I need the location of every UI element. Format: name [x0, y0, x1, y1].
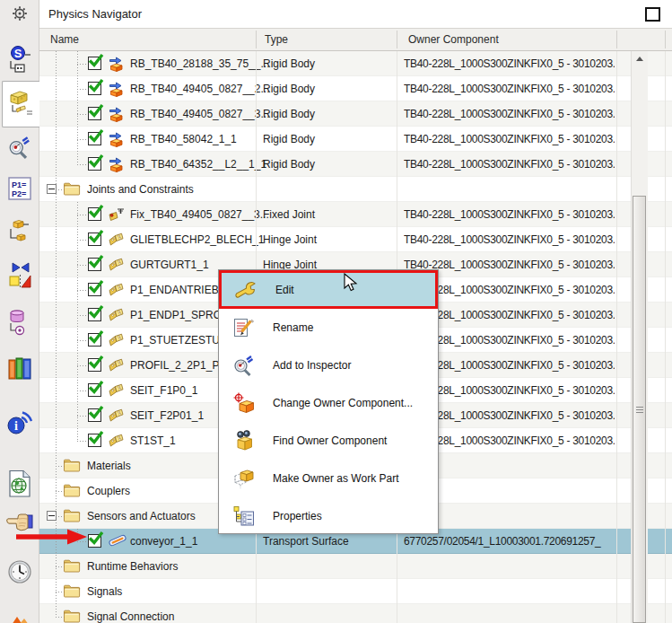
toolbar-button-runtime-expressions[interactable]: P1=P2= [0, 177, 39, 203]
gear-icon [12, 5, 28, 24]
owner-cell: TB40-228L_1000S300ZINKFIX0_5 - 3010203..… [404, 83, 615, 95]
checkbox[interactable] [88, 434, 101, 447]
hinge-joint-icon [108, 357, 125, 375]
tree-item-label: SEIT_F2P01_1 [130, 409, 204, 422]
transport-surface-icon [108, 533, 127, 550]
toolbar-button-add-to-inspector[interactable] [0, 135, 39, 162]
menu-item-add-to-inspector[interactable]: Add to Inspector [219, 347, 438, 384]
rigid-body-icon [108, 81, 125, 101]
tree-folder-runtime-behaviors[interactable]: Runtime Behaviors [39, 554, 672, 579]
tree-item-label: Materials [87, 460, 131, 472]
menu-item-label: Properties [273, 510, 322, 522]
tree-row-rb-tb40-64352-l2-1-1[interactable]: RB_TB40_64352__L2__1_1Rigid BodyTB40-228… [39, 152, 672, 177]
panel-titlebar: Physics Navigator [39, 0, 672, 28]
toolbar-button-s-schematic[interactable]: S [0, 45, 39, 78]
menu-item-edit[interactable]: Edit [219, 270, 438, 309]
toolbar-button-cylinder-target[interactable] [0, 308, 39, 341]
table-header: Name Type Owner Component [39, 28, 672, 51]
toolbar-button-collision-shapes[interactable] [0, 261, 39, 293]
owner-cell: TB40-228L_1000S300ZINKFIX0_5 - 3010203..… [404, 208, 615, 221]
vertical-scrollbar[interactable] [631, 51, 648, 623]
page-title: Physics Navigator [48, 7, 142, 21]
properties-icon [230, 505, 258, 528]
folder-icon [63, 609, 82, 623]
toolbar-button-library-books[interactable] [0, 354, 39, 385]
checkbox[interactable] [88, 258, 101, 271]
runtime-expressions-icon: P1=P2= [8, 177, 31, 203]
column-header-name[interactable]: Name [50, 33, 79, 46]
hinge-joint-icon [108, 433, 125, 451]
menu-item-label: Make Owner as Work Part [273, 472, 398, 485]
menu-item-properties[interactable]: Properties [219, 497, 438, 535]
hinge-joint-icon [108, 382, 125, 400]
hinge-joint-icon [108, 408, 125, 426]
folder-icon [63, 483, 82, 501]
scrollbar-up-arrow-icon[interactable] [632, 51, 648, 66]
checkbox[interactable] [88, 283, 101, 296]
rigid-body-icon [108, 56, 125, 75]
tree-item-label: RB_TB40_49405_0827__2... [130, 83, 269, 95]
clock-icon [6, 558, 33, 588]
toolbar-button-cube-hierarchy[interactable] [0, 218, 39, 250]
toolbar-button-information[interactable]: i [0, 408, 39, 440]
type-cell: Hinge Joint [263, 233, 397, 246]
type-cell: Fixed Joint [263, 208, 397, 221]
tree-row-glietblechp2-blech-1[interactable]: GLIETBLECHP2_BLECH_1Hinge JointTB40-228L… [39, 227, 672, 252]
menu-item-label: Edit [275, 284, 294, 296]
checkbox[interactable] [88, 207, 101, 221]
toolbar-button-physics-navigator[interactable] [2, 81, 39, 127]
toolbar-button-web-document[interactable] [0, 469, 39, 502]
checkbox[interactable] [88, 107, 101, 120]
scrollbar-thumb[interactable] [633, 196, 646, 623]
column-divider [616, 51, 617, 623]
tree-row-rb-tb40-28188-35-75[interactable]: RB_TB40_28188_35_75__...Rigid BodyTB40-2… [39, 51, 672, 76]
tree-item-label: SEIT_F1P0_1 [130, 384, 197, 397]
tree-item-label: Sensors and Actuators [87, 510, 196, 522]
checkbox[interactable] [88, 383, 101, 397]
collapse-icon[interactable] [47, 184, 57, 194]
wrench-icon [232, 278, 261, 302]
collapse-icon[interactable] [47, 511, 57, 521]
tree-folder-signals[interactable]: Signals [39, 579, 672, 604]
checkbox[interactable] [88, 132, 101, 145]
column-header-type[interactable]: Type [265, 33, 288, 46]
checkbox[interactable] [88, 57, 101, 70]
menu-item-label: Rename [273, 321, 313, 334]
menu-item-rename[interactable]: Rename [219, 309, 438, 347]
toolbar-button-partial-bottom[interactable] [0, 615, 39, 623]
maximize-icon[interactable] [645, 7, 660, 22]
owner-cell: TB40-228L_1000S300ZINKFIX0_5 - 3010203..… [404, 158, 615, 171]
tree-folder-signal-connection[interactable]: Signal Connection [39, 604, 672, 623]
rename-icon [230, 316, 258, 339]
tree-row-rb-tb40-58042-1-1[interactable]: RB_TB40_58042_1_1Rigid BodyTB40-228L_100… [39, 127, 672, 152]
tree-item-label: GLIETBLECHP2_BLECH_1 [130, 233, 264, 246]
owner-cell: TB40-228L_1000S300ZINKFIX0_5 - 3010203..… [404, 108, 615, 120]
tree-folder-joints-and-constraints[interactable]: Joints and Constraints [39, 177, 672, 202]
toolbar-button-gear[interactable] [0, 5, 39, 24]
tree-item-label: conveyor_1_1 [130, 535, 197, 548]
checkbox[interactable] [88, 157, 101, 171]
checkbox[interactable] [88, 358, 101, 372]
tree-row-rb-tb40-49405-0827-2[interactable]: RB_TB40_49405_0827__2...Rigid BodyTB40-2… [39, 76, 672, 101]
header-divider [665, 31, 666, 48]
menu-item-make-owner-as-work-part[interactable]: Make Owner as Work Part [219, 460, 438, 497]
menu-item-find-owner-component[interactable]: Find Owner Component [219, 422, 438, 460]
folder-icon [63, 181, 82, 199]
checkbox[interactable] [88, 233, 101, 246]
tree-item-label: RB_TB40_49405_0827__3... [130, 108, 269, 120]
type-cell: Rigid Body [263, 108, 397, 120]
tree-row-rb-tb40-49405-0827-3[interactable]: RB_TB40_49405_0827__3...Rigid BodyTB40-2… [39, 101, 672, 127]
work-part-icon [230, 467, 258, 490]
tree-row-fix-tb40-49405-0827-3[interactable]: Fix_TB40_49405_0827__3...Fixed JointTB40… [39, 202, 672, 227]
checkbox[interactable] [88, 82, 101, 95]
menu-item-change-owner-component[interactable]: Change Owner Component... [219, 384, 438, 422]
svg-text:i: i [14, 419, 18, 433]
checkbox[interactable] [88, 333, 101, 347]
checkbox[interactable] [88, 408, 101, 422]
column-header-owner[interactable]: Owner Component [408, 33, 499, 46]
cylinder-target-icon [6, 308, 33, 341]
header-divider [616, 31, 617, 48]
checkbox[interactable] [88, 308, 101, 321]
toolbar-button-clock[interactable] [0, 558, 39, 588]
tree-item-label: Runtime Behaviors [87, 560, 178, 573]
